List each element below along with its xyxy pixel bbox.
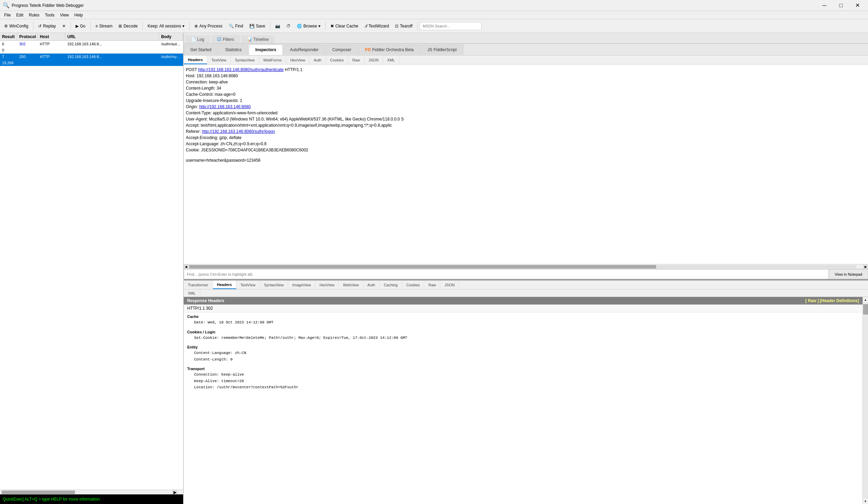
replay-button[interactable]: ↺ Replay xyxy=(35,21,59,32)
resp-tab-hexview[interactable]: HexView xyxy=(315,281,339,289)
close-button[interactable]: ✕ xyxy=(849,0,865,11)
separator-8 xyxy=(417,22,418,30)
tab-get-started[interactable]: Get Started xyxy=(184,45,218,55)
col-result[interactable]: Result xyxy=(0,33,17,41)
req-tab-xml[interactable]: XML xyxy=(383,56,400,64)
resp-tab-auth[interactable]: Auth xyxy=(363,281,380,289)
request-url-link[interactable]: http://192.168.163.146:8080/suthr/authen… xyxy=(198,67,284,72)
raw-link[interactable]: [ Raw ] xyxy=(806,298,819,303)
resp-tab-syntaxview[interactable]: SyntaxView xyxy=(260,281,288,289)
resp-tab-headers[interactable]: Headers xyxy=(213,281,236,289)
resp-tab-textview[interactable]: TextView xyxy=(236,281,260,289)
header-accept-encoding: Accept-Encoding: gzip, deflate xyxy=(186,135,866,141)
req-tab-webforms[interactable]: WebForms xyxy=(259,56,287,64)
view-in-notepad-button[interactable]: View in Notepad xyxy=(829,269,868,279)
menu-view[interactable]: View xyxy=(58,12,72,18)
window-title: Progress Telerik Fiddler Web Debugger xyxy=(12,3,84,8)
col-host[interactable]: Host xyxy=(38,33,65,41)
req-tab-syntaxview[interactable]: SyntaxView xyxy=(231,56,259,64)
tab-fiddlerscript[interactable]: JS FiddlerScript xyxy=(421,45,463,55)
msdn-search-input[interactable] xyxy=(420,22,482,30)
tab-inspectors[interactable]: Inspectors xyxy=(249,45,283,55)
header-origin: Origin: http://192.168.163.146:8080 xyxy=(186,104,866,110)
scrollbar-up-arrow[interactable]: ▲ xyxy=(864,297,867,303)
tab-fiddler-orchestra[interactable]: FO Fiddler Orchestra Beta xyxy=(359,45,420,55)
col-protocol[interactable]: Protocol xyxy=(17,33,38,41)
table-row[interactable]: 6 302 HTTP 192.168.163.146:8... /suthr/a… xyxy=(0,41,183,54)
menu-rules[interactable]: Rules xyxy=(26,12,42,18)
menu-help[interactable]: Help xyxy=(72,12,86,18)
resp-tab-xml[interactable]: XML xyxy=(184,290,200,297)
resp-tab-imageview[interactable]: ImageView xyxy=(288,281,315,289)
request-content: POST http://192.168.163.146:8080/suthr/a… xyxy=(184,64,868,264)
tab-statistics[interactable]: Statistics xyxy=(218,45,248,55)
response-area: Transformer Headers TextView SyntaxView … xyxy=(184,281,868,504)
req-tab-headers[interactable]: Headers xyxy=(184,56,207,64)
origin-link[interactable]: http://192.168.163.146:8080 xyxy=(199,104,251,109)
req-tab-textview[interactable]: TextView xyxy=(207,56,231,64)
scroll-left-btn[interactable]: ◀ xyxy=(184,264,188,269)
table-row[interactable]: 7 200 HTTP 192.168.163.146:8... /suthr/m… xyxy=(0,54,183,66)
req-tab-raw[interactable]: Raw xyxy=(348,56,364,64)
textwizard-button[interactable]: 𝒯 TextWizard xyxy=(362,21,392,32)
resp-tab-caching[interactable]: Caching xyxy=(380,281,402,289)
col-body[interactable]: Body xyxy=(159,33,183,41)
menu-edit[interactable]: Edit xyxy=(13,12,26,18)
menu-tools[interactable]: Tools xyxy=(42,12,58,18)
find-button[interactable]: 🔍 Find xyxy=(226,21,246,32)
req-tab-json[interactable]: JSON xyxy=(364,56,383,64)
header-definitions-link[interactable]: [Header Definitions] xyxy=(820,298,859,303)
tab-log[interactable]: 📄 Log xyxy=(185,35,210,43)
scroll-right-arrow[interactable]: ▶ xyxy=(172,490,178,494)
save-button[interactable]: 💾 Save xyxy=(247,21,268,32)
go-button[interactable]: ▶ Go xyxy=(73,21,88,32)
section-title-transport: Transport xyxy=(187,367,859,371)
referer-link[interactable]: http://192.168.163.146:8080/suthr/logon xyxy=(202,129,275,134)
tearoff-icon: ⊡ xyxy=(395,24,399,29)
cell-body: 19,284 xyxy=(0,60,17,66)
resp-header-keep-alive: Keep-Alive: timeout=20 xyxy=(187,378,859,385)
resp-tab-json[interactable]: JSON xyxy=(440,281,459,289)
winconfig-icon: ⚙ xyxy=(4,24,8,29)
scroll-right-btn[interactable]: ▶ xyxy=(863,264,868,269)
resp-header-connection: Connection: keep-alive xyxy=(187,371,859,378)
timer-button[interactable]: ⏱ xyxy=(284,21,293,32)
minimize-button[interactable]: ─ xyxy=(816,0,832,11)
close-x-button[interactable]: ✕ xyxy=(60,21,68,32)
browse-button[interactable]: 🌐 Browse ▾ xyxy=(294,21,323,32)
cell-result: 200 xyxy=(17,54,38,60)
horiz-scrollbar[interactable]: ▶ xyxy=(0,490,183,494)
screenshot-button[interactable]: 📷 xyxy=(272,21,283,32)
col-url[interactable]: URL xyxy=(65,33,159,41)
separator-4 xyxy=(143,22,143,30)
resp-tab-cookies[interactable]: Cookies xyxy=(402,281,425,289)
decode-button[interactable]: ⊞ Decode xyxy=(116,21,140,32)
tab-filters[interactable]: ☑ Filters xyxy=(211,35,240,43)
maximize-button[interactable]: □ xyxy=(833,0,849,11)
cell-host: 192.168.163.146:8... xyxy=(65,54,159,60)
tab-autoresponder[interactable]: AutoResponder xyxy=(283,45,325,55)
header-user-agent: User-Agent: Mozilla/5.0 (Windows NT 10.0… xyxy=(186,116,866,122)
tab-composer[interactable]: Composer xyxy=(326,45,358,55)
resp-tab-transformer[interactable]: Transformer xyxy=(184,281,213,289)
resp-vertical-scrollbar[interactable]: ▲ ▼ xyxy=(862,297,868,504)
resp-tab-raw[interactable]: Raw xyxy=(424,281,440,289)
req-tab-hexview[interactable]: HexView xyxy=(286,56,310,64)
tearoff-button[interactable]: ⊡ Tearoff xyxy=(392,21,415,32)
scrollbar-thumb[interactable] xyxy=(863,304,868,315)
req-tab-cookies[interactable]: Cookies xyxy=(326,56,348,64)
request-horiz-scrollbar[interactable]: ▶ ◀ xyxy=(184,264,868,269)
any-process-button[interactable]: ⊕ Any Process xyxy=(192,21,225,32)
tab-timeline[interactable]: 📊 Timeline xyxy=(241,35,275,43)
scrollbar-down-arrow[interactable]: ▼ xyxy=(864,498,867,504)
winconfig-button[interactable]: ⚙ WinConfig xyxy=(1,21,31,32)
keep-sessions-button[interactable]: Keep: All sessions ▾ xyxy=(145,21,187,32)
find-input[interactable] xyxy=(184,269,829,279)
req-tab-auth[interactable]: Auth xyxy=(310,56,326,64)
title-bar: 🔍 Progress Telerik Fiddler Web Debugger … xyxy=(0,0,868,11)
section-cookies-login: Cookies / Login Set-Cookie: rememberMe=d… xyxy=(184,328,862,343)
stream-button[interactable]: ≡ Stream xyxy=(93,21,115,32)
clear-cache-button[interactable]: ✖ Clear Cache xyxy=(328,21,361,32)
menu-file[interactable]: File xyxy=(1,12,13,18)
resp-tab-webview[interactable]: WebView xyxy=(339,281,363,289)
